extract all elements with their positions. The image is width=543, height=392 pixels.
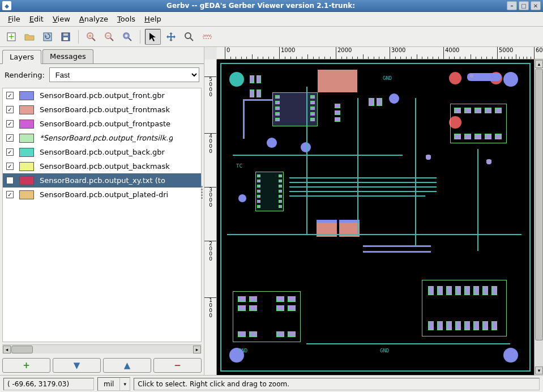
tab-messages[interactable]: Messages <box>42 49 93 63</box>
move-layer-up-button[interactable]: ▲ <box>103 358 151 373</box>
maximize-button[interactable]: □ <box>519 1 529 10</box>
tab-layers[interactable]: Layers <box>2 50 41 64</box>
layer-row[interactable]: ✓SensorBoard.pcb.output_frontpaste <box>3 117 201 131</box>
status-bar: ( -69.66, 3179.03) mil ▾ Click to select… <box>0 375 543 392</box>
layerlist-hscroll[interactable]: ◂ ▸ <box>2 344 202 353</box>
layer-row[interactable]: ✓SensorBoard.pcb.output_backmask <box>3 159 201 173</box>
pointer-tool-button[interactable] <box>145 29 161 45</box>
main-area: Layers Messages Rendering: Fast ✓SensorB… <box>0 47 543 375</box>
close-button[interactable]: ✕ <box>531 1 541 10</box>
reload-button[interactable] <box>40 29 55 45</box>
zoom-tool-button[interactable] <box>181 29 197 45</box>
svg-point-15 <box>185 33 191 39</box>
layer-row[interactable]: ✓*SensorBoard.pcb.output_frontsilk.g <box>3 131 201 145</box>
viewport-panel: 01000200030004000500060 5000400030002000… <box>204 47 543 375</box>
svg-line-16 <box>190 38 193 41</box>
app-icon: ◆ <box>2 1 11 10</box>
layer-visibility-checkbox[interactable]: ✓ <box>6 191 14 198</box>
ruler-horizontal: 01000200030004000500060 <box>217 47 543 59</box>
zoom-in-button[interactable]: + <box>83 29 99 45</box>
rendering-select[interactable]: Fast <box>49 67 199 82</box>
move-layer-down-button[interactable]: ▼ <box>53 358 101 373</box>
layer-color-swatch[interactable] <box>19 105 34 114</box>
measure-tool-button[interactable] <box>199 29 215 45</box>
svg-line-10 <box>110 38 113 41</box>
menu-edit[interactable]: Edit <box>25 13 48 25</box>
menu-help[interactable]: Help <box>140 13 166 25</box>
layer-name: SensorBoard.pcb.output_front.gbr <box>40 91 165 100</box>
layer-visibility-checkbox[interactable]: ✓ <box>6 134 14 142</box>
layer-name: SensorBoard.pcb.output_xy.txt (to <box>40 176 165 185</box>
title-bar: ◆ Gerbv -- gEDA's Gerber Viewer version … <box>0 0 543 12</box>
svg-text:+: + <box>8 32 15 41</box>
unit-dropdown-icon[interactable]: ▾ <box>119 378 130 390</box>
layer-color-swatch[interactable] <box>19 162 34 171</box>
layer-color-swatch[interactable] <box>19 120 34 129</box>
layer-visibility-checkbox[interactable] <box>6 177 14 184</box>
layer-visibility-checkbox[interactable]: ✓ <box>6 120 14 127</box>
canvas-vscroll[interactable]: ▴ ▾ <box>534 59 543 375</box>
menu-analyze[interactable]: Analyze <box>75 13 113 25</box>
layer-name: *SensorBoard.pcb.output_frontsilk.g <box>40 134 173 142</box>
pcb-canvas[interactable]: GND GND GND TC <box>217 59 534 375</box>
toolbar: + + − <box>0 27 543 47</box>
silk-tc: TC <box>236 163 242 169</box>
toolbar-separator <box>140 30 140 44</box>
layer-color-swatch[interactable] <box>19 148 34 157</box>
pan-tool-button[interactable] <box>163 29 179 45</box>
scroll-right-icon[interactable]: ▸ <box>193 346 201 353</box>
unit-label: mil <box>98 380 119 388</box>
layer-name: SensorBoard.pcb.output_plated-dri <box>40 190 168 199</box>
zoom-out-button[interactable]: − <box>101 29 117 45</box>
board-outline: GND GND GND TC <box>220 63 531 372</box>
silk-gnd: GND <box>238 348 247 353</box>
layer-visibility-checkbox[interactable]: ✓ <box>6 106 14 113</box>
layer-visibility-checkbox[interactable]: ✓ <box>6 163 14 170</box>
menu-tools[interactable]: Tools <box>113 13 140 25</box>
layer-row[interactable]: ✓SensorBoard.pcb.output_back.gbr <box>3 145 201 159</box>
menu-file[interactable]: File <box>3 13 25 25</box>
save-button[interactable] <box>58 29 74 45</box>
zoom-fit-button[interactable] <box>119 29 135 45</box>
scroll-left-icon[interactable]: ◂ <box>3 346 11 353</box>
layer-list[interactable]: ✓SensorBoard.pcb.output_front.gbr✓Sensor… <box>2 88 202 342</box>
remove-layer-button[interactable]: − <box>153 358 202 373</box>
ruler-tick: 4000 <box>443 47 459 59</box>
ruler-tick: 5000 <box>497 47 513 59</box>
menu-view[interactable]: View <box>48 13 75 25</box>
svg-text:−: − <box>106 33 110 39</box>
minimize-button[interactable]: – <box>507 1 517 10</box>
layer-color-swatch[interactable] <box>19 190 34 199</box>
open-button[interactable] <box>22 29 37 45</box>
svg-rect-4 <box>63 37 68 40</box>
svg-line-7 <box>92 38 95 41</box>
layer-row[interactable]: ✓SensorBoard.pcb.output_plated-dri <box>3 188 201 202</box>
menu-bar: File Edit View Analyze Tools Help <box>0 12 543 27</box>
ruler-vertical: 50004000300020001000 <box>204 59 217 375</box>
new-layer-button[interactable]: + <box>3 29 19 45</box>
layer-row[interactable]: SensorBoard.pcb.output_xy.txt (to <box>3 173 201 188</box>
layer-name: SensorBoard.pcb.output_back.gbr <box>40 148 165 156</box>
svg-text:+: + <box>88 33 92 39</box>
silk-gnd: GND <box>383 75 392 81</box>
scroll-thumb[interactable] <box>535 69 543 340</box>
scroll-thumb[interactable] <box>11 346 33 353</box>
layer-color-swatch[interactable] <box>19 134 34 143</box>
layer-row[interactable]: ✓SensorBoard.pcb.output_front.gbr <box>3 88 201 103</box>
layer-visibility-checkbox[interactable]: ✓ <box>6 148 14 156</box>
scroll-up-icon[interactable]: ▴ <box>535 60 543 68</box>
ruler-tick: 0 <box>225 47 230 59</box>
panel-tabs: Layers Messages <box>0 47 204 64</box>
add-layer-button[interactable]: + <box>2 358 50 373</box>
layer-color-swatch[interactable] <box>19 91 34 100</box>
ruler-tick: 2000 <box>204 241 216 262</box>
scroll-down-icon[interactable]: ▾ <box>535 367 543 374</box>
layer-name: SensorBoard.pcb.output_frontmask <box>40 105 170 114</box>
layer-visibility-checkbox[interactable]: ✓ <box>6 92 14 99</box>
unit-selector[interactable]: mil ▾ <box>97 377 130 391</box>
ruler-tick: 3000 <box>204 187 216 208</box>
ruler-tick: 1000 <box>204 297 216 318</box>
layer-color-swatch[interactable] <box>19 176 34 185</box>
layer-row[interactable]: ✓SensorBoard.pcb.output_frontmask <box>3 103 201 117</box>
svg-line-13 <box>129 38 131 41</box>
